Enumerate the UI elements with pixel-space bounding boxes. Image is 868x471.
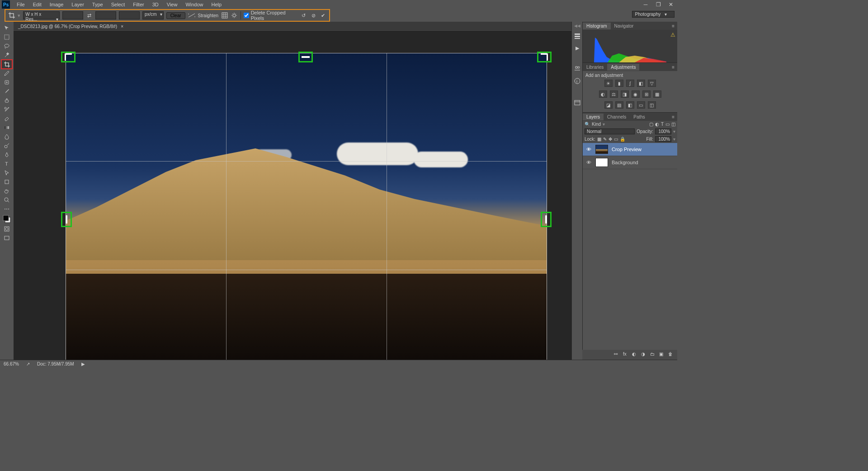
rail-actions-icon[interactable]: ▶: [576, 45, 579, 51]
tab-adjustments[interactable]: Adjustments: [607, 64, 639, 71]
delete-layer-icon[interactable]: 🗑: [668, 352, 675, 358]
adj-curves-icon[interactable]: ∫: [626, 80, 634, 87]
shape-tool[interactable]: [1, 177, 12, 186]
history-brush-tool[interactable]: [1, 105, 12, 114]
delete-cropped-checkbox[interactable]: Delete Cropped Pixels: [244, 10, 298, 21]
layer-filter-type-icon[interactable]: T: [661, 122, 664, 127]
zoom-tool[interactable]: [1, 195, 12, 205]
zoom-level[interactable]: 66.67%: [4, 362, 19, 366]
rail-history-icon[interactable]: [574, 33, 581, 41]
crop-handle-right[interactable]: [541, 212, 552, 227]
overlay-grid-icon[interactable]: [221, 12, 228, 19]
rail-libraries-icon[interactable]: [574, 99, 581, 107]
menu-file[interactable]: File: [13, 0, 29, 9]
quick-mask-icon[interactable]: [1, 224, 12, 233]
crop-handle-top-right[interactable]: [537, 52, 552, 62]
crop-tool-icon[interactable]: [8, 12, 15, 19]
histogram-warning-icon[interactable]: ⚠: [670, 32, 675, 38]
layer-row-crop-preview[interactable]: 👁 Crop Preview: [583, 143, 677, 156]
layer-fx-icon[interactable]: fx: [623, 352, 629, 358]
marquee-tool[interactable]: [1, 33, 12, 42]
layer-thumbnail[interactable]: [595, 145, 608, 154]
crop-preset-select[interactable]: W x H x Res... ▾: [23, 11, 60, 19]
swap-dimensions-icon[interactable]: ⇄: [86, 12, 93, 19]
layer-filter-shape-icon[interactable]: ▭: [665, 122, 670, 127]
layer-filter-pixel-icon[interactable]: ▢: [649, 122, 653, 127]
document-tab[interactable]: _DSC8213.jpg @ 66.7% (Crop Preview, RGB/…: [14, 22, 571, 32]
tab-paths[interactable]: Paths: [630, 114, 649, 120]
straighten-icon[interactable]: [188, 12, 195, 19]
link-layers-icon[interactable]: ⚯: [614, 352, 620, 358]
canvas-image[interactable]: [66, 53, 547, 360]
layer-visibility-icon[interactable]: 👁: [585, 160, 592, 165]
tab-navigator[interactable]: Navigator: [611, 23, 637, 29]
tab-libraries[interactable]: Libraries: [583, 64, 607, 71]
clear-button[interactable]: Clear: [166, 12, 185, 19]
layers-panel-menu-icon[interactable]: ≡: [669, 114, 677, 119]
layer-thumbnail[interactable]: [595, 158, 608, 167]
dodge-tool[interactable]: [1, 141, 12, 150]
brush-tool[interactable]: [1, 87, 12, 96]
crop-handle-top[interactable]: [298, 52, 313, 62]
layer-filter-kind[interactable]: Kind: [592, 122, 601, 127]
adj-channelmixer-icon[interactable]: ⊞: [642, 90, 651, 98]
new-adjustment-layer-icon[interactable]: ◑: [641, 352, 647, 358]
histogram-panel-menu-icon[interactable]: ≡: [669, 24, 677, 29]
menu-layer[interactable]: Layer: [67, 0, 88, 9]
rail-info-icon[interactable]: i: [574, 77, 581, 86]
lock-transparency-icon[interactable]: ▦: [597, 137, 601, 142]
adj-vibrance-icon[interactable]: ▽: [648, 80, 656, 87]
crop-handle-top-left[interactable]: [61, 52, 75, 62]
menu-select[interactable]: Select: [107, 0, 129, 9]
document-size[interactable]: Doc: 7.95M/7.95M: [37, 362, 74, 366]
crop-width-input[interactable]: [62, 11, 83, 19]
crop-handle-left[interactable]: [61, 212, 72, 227]
new-group-icon[interactable]: 🗀: [650, 352, 656, 358]
layer-name[interactable]: Background: [612, 160, 638, 165]
edit-toolbar-icon[interactable]: ⋯: [1, 205, 12, 214]
restore-button[interactable]: ❐: [654, 1, 663, 8]
gradient-tool[interactable]: [1, 123, 12, 132]
opacity-input[interactable]: 100%: [655, 128, 671, 134]
menu-3d[interactable]: 3D: [148, 0, 163, 9]
commit-crop-icon[interactable]: ✔: [320, 12, 326, 19]
menu-image[interactable]: Image: [46, 0, 68, 9]
hand-tool[interactable]: [1, 186, 12, 195]
clone-stamp-tool[interactable]: [1, 96, 12, 105]
minimize-button[interactable]: ─: [641, 1, 650, 8]
adj-posterize-icon[interactable]: ▤: [615, 101, 623, 109]
adjustments-panel-menu-icon[interactable]: ≡: [669, 65, 677, 70]
menu-help[interactable]: Help: [208, 0, 226, 9]
delete-cropped-input[interactable]: [244, 13, 249, 18]
workspace-switcher[interactable]: Photography ▾: [632, 11, 675, 18]
blur-tool[interactable]: [1, 132, 12, 141]
rail-collapse-icon[interactable]: ◀◀: [574, 24, 580, 28]
tab-histogram[interactable]: Histogram: [583, 23, 611, 29]
blend-mode-select[interactable]: Normal: [585, 128, 635, 134]
adj-threshold-icon[interactable]: ◧: [626, 101, 634, 109]
adj-selectivecolor-icon[interactable]: ◫: [648, 101, 656, 109]
adj-exposure-icon[interactable]: ◧: [637, 80, 645, 87]
adj-colorbalance-icon[interactable]: ⚖: [610, 90, 618, 98]
lasso-tool[interactable]: [1, 42, 12, 51]
reset-crop-icon[interactable]: ↺: [300, 12, 307, 19]
tab-layers[interactable]: Layers: [583, 114, 604, 120]
type-tool[interactable]: T: [1, 159, 12, 168]
adj-hue-icon[interactable]: ◐: [599, 90, 607, 98]
adj-gradientmap-icon[interactable]: ▭: [637, 101, 645, 109]
layer-filter-adj-icon[interactable]: ◐: [655, 122, 659, 127]
lock-pixels-icon[interactable]: ✎: [603, 137, 607, 142]
menu-edit[interactable]: Edit: [29, 0, 46, 9]
adj-photofilter-icon[interactable]: ◉: [632, 90, 640, 98]
rail-properties-icon[interactable]: [574, 65, 581, 73]
crop-height-input[interactable]: [95, 11, 116, 19]
adj-invert-icon[interactable]: ◪: [604, 101, 613, 109]
crop-units-select[interactable]: px/cm▾: [142, 11, 164, 19]
healing-brush-tool[interactable]: [1, 78, 12, 87]
lock-position-icon[interactable]: ✥: [609, 137, 612, 142]
pen-tool[interactable]: [1, 150, 12, 159]
document-tab-close-icon[interactable]: ×: [121, 24, 123, 29]
tab-channels[interactable]: Channels: [604, 114, 630, 120]
fill-input[interactable]: 100%: [655, 136, 671, 142]
crop-tool[interactable]: [1, 60, 12, 69]
